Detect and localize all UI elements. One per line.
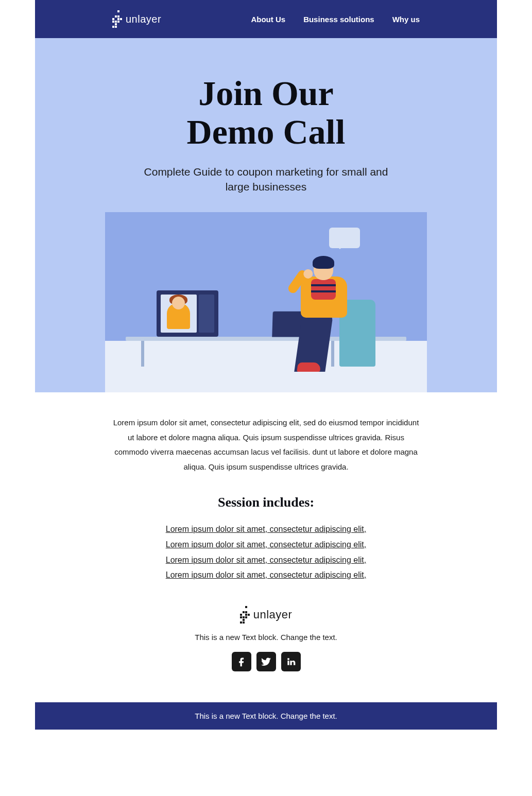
nav-business-solutions[interactable]: Business solutions: [303, 15, 374, 24]
linkedin-icon[interactable]: [281, 652, 301, 671]
hero-subtitle: Complete Guide to coupon marketing for s…: [132, 164, 400, 195]
logo-icon: [240, 606, 250, 624]
header: unlayer About Us Business solutions Why …: [35, 0, 497, 38]
nav-about-us[interactable]: About Us: [251, 15, 285, 24]
session-item[interactable]: Lorem ipsum dolor sit amet, consectetur …: [112, 552, 420, 568]
facebook-icon[interactable]: [232, 652, 251, 671]
content-section: Lorem ipsum dolor sit amet, consectetur …: [35, 392, 497, 702]
session-item[interactable]: Lorem ipsum dolor sit amet, consectetur …: [112, 567, 420, 583]
session-item[interactable]: Lorem ipsum dolor sit amet, consectetur …: [112, 522, 420, 537]
twitter-icon[interactable]: [256, 652, 276, 671]
nav-why-us[interactable]: Why us: [392, 15, 420, 24]
footer-logo[interactable]: unlayer: [112, 606, 420, 624]
session-item[interactable]: Lorem ipsum dolor sit amet, consectetur …: [112, 537, 420, 552]
bottom-bar: This is a new Text block. Change the tex…: [35, 702, 497, 730]
footer-text: This is a new Text block. Change the tex…: [112, 633, 420, 642]
bottom-bar-text: This is a new Text block. Change the tex…: [195, 712, 337, 720]
session-heading: Session includes:: [112, 495, 420, 510]
hero-title-line1: Join Our: [198, 74, 334, 113]
brand-name: unlayer: [126, 13, 161, 25]
logo-icon: [112, 10, 123, 28]
nav: About Us Business solutions Why us: [251, 15, 420, 24]
session-list: Lorem ipsum dolor sit amet, consectetur …: [112, 522, 420, 582]
hero-illustration: [105, 212, 427, 392]
hero-section: Join Our Demo Call Complete Guide to cou…: [35, 38, 497, 392]
footer-brand-name: unlayer: [253, 608, 293, 621]
hero-title: Join Our Demo Call: [56, 74, 476, 151]
hero-title-line2: Demo Call: [187, 112, 346, 151]
social-links: [112, 652, 420, 671]
brand-logo[interactable]: unlayer: [112, 10, 161, 28]
body-paragraph: Lorem ipsum dolor sit amet, consectetur …: [112, 416, 420, 474]
